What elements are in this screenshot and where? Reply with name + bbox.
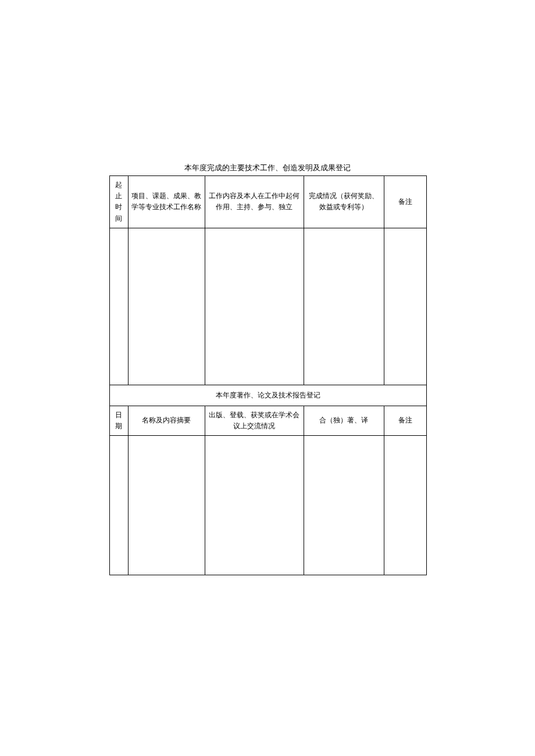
section2-title: 本年度著作、论文及技术报告登记 xyxy=(109,385,426,406)
header-time: 起止时间 xyxy=(109,176,128,228)
header-project: 项目、课题、成果、教学等专业技术工作名称 xyxy=(128,176,205,228)
header-content: 工作内容及本人在工作中起何作用、主持、参与、独立 xyxy=(205,176,304,228)
form-container: 本年度完成的主要技术工作、创造发明及成果登记 起止时间 项目、课题、成果、教学等… xyxy=(109,163,426,575)
section1-data-row xyxy=(109,228,426,385)
registration-table: 起止时间 项目、课题、成果、教学等专业技术工作名称 工作内容及本人在工作中起何作… xyxy=(109,175,427,575)
header-completion: 完成情况（获何奖励、效益或专利等） xyxy=(304,176,384,228)
header-date: 日期 xyxy=(109,406,128,435)
cell-author xyxy=(304,436,384,575)
section2-header-row: 日期 名称及内容摘要 出版、登载、获奖或在学术会议上交流情况 合（独）著、译 备… xyxy=(109,406,426,435)
table-caption: 本年度完成的主要技术工作、创造发明及成果登记 xyxy=(109,163,426,173)
header-publish: 出版、登载、获奖或在学术会议上交流情况 xyxy=(205,406,304,435)
cell-project xyxy=(128,228,205,385)
cell-remark xyxy=(384,228,426,385)
header-remark: 备注 xyxy=(384,176,426,228)
cell-completion xyxy=(304,228,384,385)
cell-date xyxy=(109,436,128,575)
section2-title-row: 本年度著作、论文及技术报告登记 xyxy=(109,385,426,406)
cell-remark2 xyxy=(384,436,426,575)
cell-publish xyxy=(205,436,304,575)
cell-time xyxy=(109,228,128,385)
header-remark2: 备注 xyxy=(384,406,426,435)
cell-name xyxy=(128,436,205,575)
header-author: 合（独）著、译 xyxy=(304,406,384,435)
cell-content xyxy=(205,228,304,385)
header-name: 名称及内容摘要 xyxy=(128,406,205,435)
section1-header-row: 起止时间 项目、课题、成果、教学等专业技术工作名称 工作内容及本人在工作中起何作… xyxy=(109,176,426,228)
section2-data-row xyxy=(109,436,426,575)
